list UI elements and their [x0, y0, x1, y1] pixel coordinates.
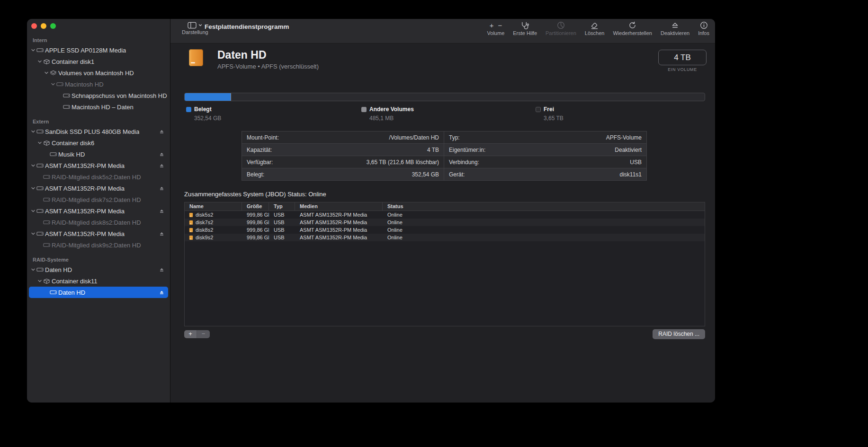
sidebar-item-container-disk6[interactable]: Container disk6 — [29, 137, 168, 149]
info-value: /Volumes/Daten HD — [389, 134, 439, 141]
page-title: Daten HD — [217, 49, 267, 61]
chevron-down-icon — [198, 23, 202, 27]
eject-icon[interactable] — [159, 231, 168, 236]
chevron-down-icon[interactable] — [30, 129, 36, 134]
zoom-button[interactable] — [50, 23, 56, 29]
chevron-down-icon[interactable] — [30, 186, 36, 191]
layers-icon — [50, 70, 58, 76]
container-icon — [43, 278, 52, 284]
chevron-down-icon[interactable] — [30, 48, 36, 53]
legend-swatch-andere — [361, 107, 367, 112]
disk-mini-icon — [188, 220, 194, 225]
volume-icon — [63, 93, 72, 98]
close-button[interactable] — [31, 23, 37, 29]
status-badge: Online — [383, 212, 705, 218]
eject-icon[interactable] — [159, 163, 168, 168]
table-row[interactable]: disk9s2 999,86 GB USB ASMT ASM1352R-PM M… — [185, 234, 705, 241]
size-badge[interactable]: 4 TB — [658, 50, 707, 65]
sidebar-item-volumes-group[interactable]: Volumes von Macintosh HD — [29, 67, 168, 79]
chevron-down-icon[interactable] — [36, 140, 43, 145]
delete-raid-button[interactable]: RAID löschen ... — [653, 329, 705, 339]
external-drive-icon — [185, 48, 207, 68]
eraser-icon — [591, 21, 599, 29]
toolbar-button-unmount[interactable]: Deaktivieren — [659, 21, 691, 36]
container-icon — [43, 140, 52, 146]
sidebar-item-apple-ssd[interactable]: APPLE SSD AP0128M Media — [29, 44, 168, 56]
jbod-status-heading: Zusammengefasstes System (JBOD) Status: … — [184, 191, 326, 198]
column-header-name: Name — [185, 202, 242, 210]
info-row: Mount-Point:/Volumes/Daten HD Typ:APFS-V… — [242, 131, 646, 144]
legend-value: 3,65 TB — [544, 115, 564, 122]
sidebar-section-raid: RAID-Systeme — [27, 255, 170, 264]
toolbar-button-first-aid[interactable]: Erste Hilfe — [511, 21, 539, 36]
sidebar-item-daten-hd-selected[interactable]: Daten HD — [29, 287, 168, 298]
chevron-down-icon[interactable] — [50, 82, 56, 87]
sidebar-item-raid-member-disk7s2[interactable]: RAID-Mitglied disk7s2:Daten HD — [29, 194, 168, 205]
sidebar-item-asmt-1[interactable]: ASMT ASM1352R-PM Media — [29, 160, 168, 171]
pie-chart-icon — [557, 21, 565, 29]
sidebar-item-macintosh-hd-daten[interactable]: Macintosh HD – Daten — [29, 101, 168, 113]
toolbar: Darstellung Festplattendienstprogramm +−… — [170, 19, 715, 44]
sidebar-item-label: Daten HD — [45, 266, 72, 273]
sidebar-item-raid-member-disk8s2[interactable]: RAID-Mitglied disk8s2:Daten HD — [29, 217, 168, 228]
table-row[interactable]: disk7s2 999,86 GB USB ASMT ASM1352R-PM M… — [185, 219, 705, 226]
volume-icon — [43, 219, 52, 225]
sidebar-item-sandisk[interactable]: SanDisk SSD PLUS 480GB Media — [29, 126, 168, 137]
status-badge: Online — [383, 235, 705, 240]
toolbar-button-restore[interactable]: Wiederherstellen — [611, 21, 654, 36]
eject-icon[interactable] — [159, 290, 168, 295]
toolbar-buttons: +− Volume Erste Hilfe Partitionieren Lös… — [485, 21, 711, 36]
eject-icon[interactable] — [159, 267, 168, 272]
usage-bar — [184, 93, 705, 101]
sidebar-item-label: Container disk6 — [52, 140, 94, 147]
toolbar-button-info[interactable]: Infos — [696, 21, 711, 36]
sidebar-item-raid-member-disk9s2[interactable]: RAID-Mitglied disk9s2:Daten HD — [29, 239, 168, 251]
minimize-button[interactable] — [41, 23, 46, 29]
disk-mini-icon — [188, 212, 194, 218]
chevron-down-icon[interactable] — [43, 70, 50, 75]
toolbar-button-erase[interactable]: Löschen — [583, 21, 607, 36]
chevron-down-icon[interactable] — [30, 231, 36, 236]
sidebar-item-label: RAID-Mitglied disk9s2:Daten HD — [52, 242, 141, 249]
eject-icon[interactable] — [159, 152, 168, 157]
status-badge: Online — [383, 227, 705, 233]
info-value: 3,65 TB (212,6 MB löschbar) — [367, 159, 439, 166]
chevron-down-icon[interactable] — [30, 209, 36, 213]
sidebar-item-label: Musik HD — [58, 151, 85, 158]
sidebar-item-label: ASMT ASM1352R-PM Media — [45, 208, 125, 215]
table-row[interactable]: disk8s2 999,86 GB USB ASMT ASM1352R-PM M… — [185, 226, 705, 234]
sidebar-item-container-disk11[interactable]: Container disk11 — [29, 275, 168, 287]
sidebar-item-raid-daten-hd[interactable]: Daten HD — [29, 264, 168, 275]
info-value: disk11s1 — [620, 171, 642, 178]
chevron-down-icon[interactable] — [30, 163, 36, 168]
sidebar-item-macintosh-hd[interactable]: Macintosh HD — [29, 79, 168, 90]
info-label: Verfügbar: — [247, 159, 273, 166]
sidebar-item-asmt-2[interactable]: ASMT ASM1352R-PM Media — [29, 183, 168, 194]
sidebar-item-label: Container disk11 — [52, 278, 98, 285]
info-label: Gerät: — [449, 171, 465, 178]
sidebar-item-label: RAID-Mitglied disk7s2:Daten HD — [52, 196, 141, 203]
sidebar-item-container-disk1[interactable]: Container disk1 — [29, 56, 168, 67]
info-label: Mount-Point: — [247, 134, 279, 141]
remove-button[interactable]: − — [197, 330, 210, 338]
chevron-down-icon[interactable] — [30, 267, 36, 272]
sidebar-item-snapshot[interactable]: Schnappschuss von Macintosh HD — [29, 90, 168, 101]
table-row[interactable]: disk5s2 999,86 GB USB ASMT ASM1352R-PM M… — [185, 211, 705, 219]
chevron-down-icon[interactable] — [36, 279, 43, 283]
chevron-down-icon[interactable] — [36, 59, 43, 64]
eject-icon[interactable] — [159, 209, 168, 213]
eject-icon[interactable] — [159, 129, 168, 134]
sidebar-item-asmt-4[interactable]: ASMT ASM1352R-PM Media — [29, 228, 168, 239]
sidebar-item-asmt-3[interactable]: ASMT ASM1352R-PM Media — [29, 205, 168, 217]
toolbar-button-volume[interactable]: +− Volume — [485, 21, 507, 36]
add-remove-control: + − — [184, 330, 210, 338]
volume-icon — [43, 242, 52, 248]
legend-swatch-belegt — [186, 107, 191, 112]
volume-icon — [63, 104, 72, 110]
disk-utility-window: Intern APPLE SSD AP0128M Media Container… — [27, 19, 715, 403]
sidebar-item-musik-hd[interactable]: Musik HD — [29, 149, 168, 160]
eject-icon — [671, 21, 679, 29]
eject-icon[interactable] — [159, 186, 168, 191]
add-button[interactable]: + — [184, 330, 197, 338]
sidebar-item-raid-member-disk5s2[interactable]: RAID-Mitglied disk5s2:Daten HD — [29, 171, 168, 183]
